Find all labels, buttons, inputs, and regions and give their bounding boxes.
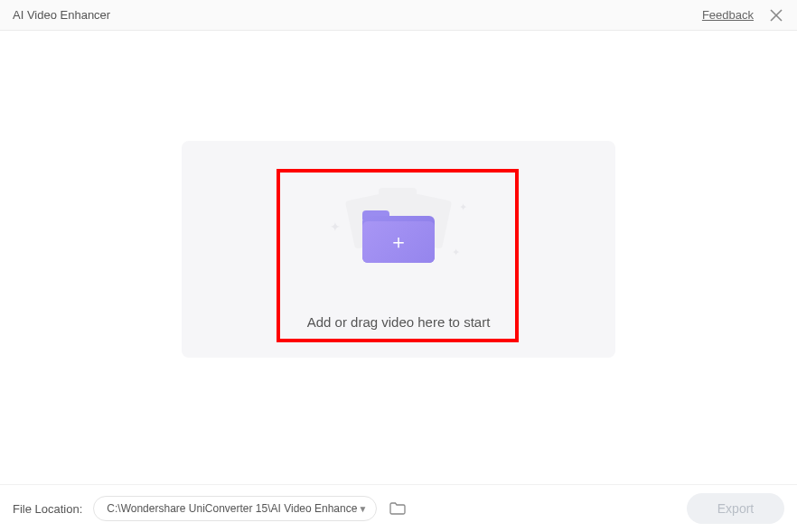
chevron-down-icon: ▼ bbox=[358, 504, 367, 514]
footer-bar: File Location: C:\Wondershare UniConvert… bbox=[0, 484, 797, 532]
browse-folder-button[interactable] bbox=[388, 500, 408, 517]
app-title: AI Video Enhancer bbox=[13, 8, 110, 22]
title-bar: AI Video Enhancer Feedback bbox=[0, 0, 797, 31]
drop-zone[interactable]: ✦ ✦ ✦ ＋ Add or drag video here to start bbox=[182, 141, 615, 358]
file-location-dropdown[interactable]: C:\Wondershare UniConverter 15\AI Video … bbox=[93, 496, 377, 521]
feedback-link[interactable]: Feedback bbox=[702, 8, 754, 22]
sparkle-icon: ✦ bbox=[459, 201, 467, 213]
plus-icon: ＋ bbox=[389, 232, 408, 252]
sparkle-icon: ✦ bbox=[452, 247, 460, 258]
folder-plus-icon: ✦ ✦ ✦ ＋ bbox=[335, 188, 462, 269]
folder-icon bbox=[389, 502, 406, 515]
drop-zone-content: ✦ ✦ ✦ ＋ Add or drag video here to start bbox=[307, 183, 491, 330]
file-location-label: File Location: bbox=[13, 502, 82, 516]
close-icon bbox=[770, 9, 783, 22]
header-actions: Feedback bbox=[702, 7, 784, 23]
main-content: ✦ ✦ ✦ ＋ Add or drag video here to start bbox=[0, 31, 797, 484]
file-location-group: File Location: C:\Wondershare UniConvert… bbox=[13, 496, 408, 521]
export-button[interactable]: Export bbox=[687, 493, 784, 524]
sparkle-icon: ✦ bbox=[330, 219, 341, 234]
drop-zone-prompt: Add or drag video here to start bbox=[307, 314, 491, 330]
close-button[interactable] bbox=[768, 7, 784, 23]
file-location-path: C:\Wondershare UniConverter 15\AI Video … bbox=[107, 502, 357, 515]
